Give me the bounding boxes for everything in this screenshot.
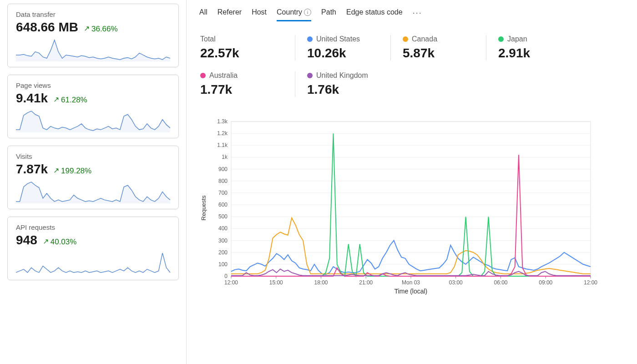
tabs: AllRefererHostCountryiPathEdge status co… [199,8,624,25]
more-icon[interactable]: ··· [413,8,422,21]
svg-text:Requests: Requests [200,195,207,220]
card-page-views[interactable]: Page views 9.41k ↗ 61.28% [7,75,179,138]
svg-text:Mon 03: Mon 03 [402,279,420,286]
svg-text:03:00: 03:00 [449,279,463,286]
stat-label-row: Canada [403,35,474,43]
series-united-kingdom [231,269,591,275]
stat-total[interactable]: Total22.57k [199,35,295,61]
main: AllRefererHostCountryiPathEdge status co… [187,0,637,364]
svg-text:400: 400 [218,225,228,232]
card-label: Page views [16,81,170,89]
svg-text:900: 900 [218,166,228,172]
info-icon[interactable]: i [304,9,311,16]
svg-text:700: 700 [218,190,228,196]
svg-text:500: 500 [218,213,228,220]
svg-text:Time (local): Time (local) [394,288,428,295]
svg-text:15:00: 15:00 [269,279,283,286]
svg-text:1.3k: 1.3k [217,118,228,125]
svg-text:12:00: 12:00 [584,279,597,286]
stat-label-row: Australia [200,71,283,80]
card-value: 9.41k [16,91,48,106]
svg-text:1k: 1k [222,154,228,160]
legend-dot-icon [403,36,408,42]
stat-label-row: Japan [498,35,570,43]
delta-value: 40.03% [51,238,77,247]
stat-canada[interactable]: Canada5.87k [390,35,486,61]
delta-value: 199.28% [61,167,91,176]
svg-text:300: 300 [218,238,228,244]
requests-chart: 01002003004005006007008009001k1.1k1.2k1.… [199,117,600,299]
card-label: API requests [16,223,170,231]
chart-wrap: 01002003004005006007008009001k1.1k1.2k1.… [199,117,624,301]
stat-label: Canada [412,35,437,43]
svg-text:18:00: 18:00 [314,279,328,286]
arrow-up-icon: ↗ [43,237,49,246]
legend-dot-icon [307,73,313,78]
stat-united-states[interactable]: United States10.26k [295,35,390,61]
stat-value: 1.76k [307,82,379,97]
sparkline [16,107,170,132]
stat-value: 22.57k [200,46,283,61]
delta: ↗ 61.28% [53,96,87,105]
svg-text:12:00: 12:00 [224,279,238,286]
stat-australia[interactable]: Australia1.77k [199,71,295,97]
card-label: Visits [16,152,170,160]
card-value-row: 648.66 MB ↗ 36.66% [16,20,170,35]
legend-dot-icon [307,36,313,42]
tab-edge-status-code[interactable]: Edge status code [346,8,403,21]
arrow-up-icon: ↗ [53,166,59,175]
stat-label: United Kingdom [316,71,368,80]
card-value: 948 [16,233,37,248]
card-label: Data transfer [16,10,170,18]
delta-value: 36.66% [91,25,118,34]
stat-united-kingdom[interactable]: United Kingdom1.76k [295,71,390,97]
stat-label-row: United States [307,35,379,43]
legend-dot-icon [200,73,206,78]
stat-label-row: United Kingdom [307,71,379,80]
stat-label-row: Total [200,35,283,43]
card-value: 648.66 MB [16,20,78,35]
stat-label: Total [200,35,216,43]
svg-rect-28 [231,121,591,276]
tab-all[interactable]: All [199,8,207,21]
arrow-up-icon: ↗ [84,24,90,33]
stat-value: 1.77k [200,82,283,97]
svg-text:09:00: 09:00 [539,279,552,286]
stat-value: 5.87k [403,46,474,61]
series-united-states [231,241,591,275]
svg-text:06:00: 06:00 [494,279,507,286]
card-value: 7.87k [16,162,48,177]
stat-japan[interactable]: Japan2.91k [486,35,581,61]
tab-referer[interactable]: Referer [217,8,242,21]
tab-country[interactable]: Countryi [277,8,311,21]
card-value-row: 7.87k ↗ 199.28% [16,162,170,177]
card-visits[interactable]: Visits 7.87k ↗ 199.28% [7,146,179,209]
svg-text:1.2k: 1.2k [217,130,228,136]
sidebar: Data transfer 648.66 MB ↗ 36.66% Page vi… [0,0,187,364]
arrow-up-icon: ↗ [53,95,59,104]
legend-dot-icon [498,36,504,42]
stat-label: Australia [209,71,238,80]
tab-path[interactable]: Path [321,8,336,21]
svg-text:0: 0 [224,273,228,279]
country-stats: Total22.57kUnited States10.26kCanada5.87… [199,35,624,108]
svg-text:21:00: 21:00 [359,279,373,286]
delta: ↗ 36.66% [84,25,118,34]
sparkline [16,36,170,61]
sparkline [16,249,170,274]
card-value-row: 948 ↗ 40.03% [16,233,170,248]
stat-value: 10.26k [307,46,379,61]
card-api-requests[interactable]: API requests 948 ↗ 40.03% [7,217,179,280]
stat-value: 2.91k [498,46,570,61]
svg-text:600: 600 [218,202,228,208]
svg-text:1.1k: 1.1k [217,142,228,148]
svg-text:800: 800 [218,178,228,184]
stat-label: United States [316,35,360,43]
svg-text:100: 100 [218,261,228,268]
stat-label: Japan [507,35,527,43]
delta: ↗ 199.28% [53,167,91,176]
card-data-transfer[interactable]: Data transfer 648.66 MB ↗ 36.66% [7,4,179,67]
delta: ↗ 40.03% [43,238,77,247]
tab-host[interactable]: Host [252,8,267,21]
sparkline [16,178,170,203]
